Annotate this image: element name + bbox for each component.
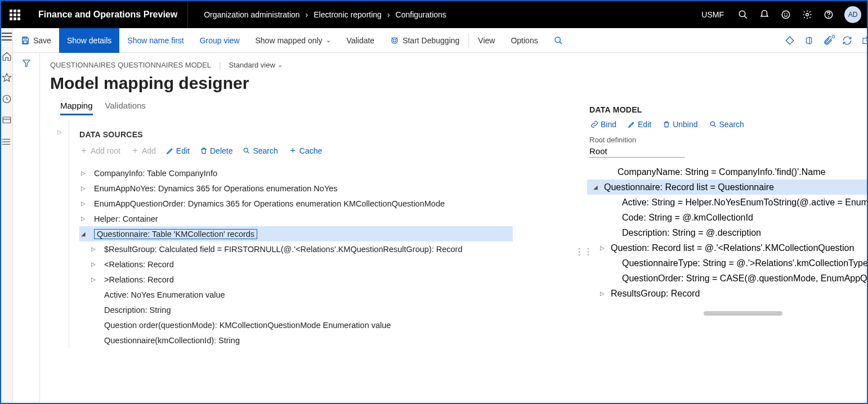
group-view-button[interactable]: Group view: [192, 28, 248, 53]
validate-button[interactable]: Validate: [339, 28, 383, 53]
search-button[interactable]: Search: [243, 145, 278, 156]
tree-row[interactable]: <Relations: Record: [79, 257, 580, 272]
tree-row[interactable]: EnumAppQuestionOrder: Dynamics 365 for O…: [79, 196, 580, 211]
tree-row[interactable]: Questionnaire: Table 'KMCollection' reco…: [79, 226, 513, 241]
workspace-icon[interactable]: [1, 115, 12, 126]
tree-label: QuestionnaireType: String = @.'>Relation…: [622, 258, 868, 268]
caret-closed-icon[interactable]: [79, 185, 87, 191]
hamburger-icon[interactable]: [2, 33, 12, 41]
tree-row[interactable]: Questionnaire: Record list = Questionnai…: [587, 179, 868, 195]
svg-point-0: [739, 11, 745, 17]
tree-row[interactable]: Helper: Container: [79, 211, 580, 226]
svg-rect-19: [24, 41, 28, 43]
view-button[interactable]: View: [470, 28, 503, 53]
caret-open-icon[interactable]: [79, 231, 87, 237]
edit-button[interactable]: Edit: [166, 145, 190, 156]
caret-closed-icon[interactable]: [79, 170, 87, 176]
page-context: QUESTIONNAIRES QUESTIONNAIRES MODEL: [50, 61, 211, 69]
tree-row[interactable]: Questionnaire(kmCollectionId): String: [79, 333, 580, 348]
breadcrumb-item[interactable]: Organization administration: [204, 10, 299, 19]
svg-point-24: [555, 37, 560, 42]
unbind-button[interactable]: Unbind: [663, 120, 697, 129]
root-definition-input[interactable]: [589, 145, 685, 158]
tree-label: Questionnaire: Record list = Questionnai…: [604, 182, 774, 192]
edit-button[interactable]: Edit: [628, 120, 651, 129]
tree-row[interactable]: QuestionnaireType: String = @.'>Relation…: [587, 255, 868, 271]
office-icon[interactable]: [803, 35, 815, 46]
tree-row[interactable]: Active: String = Helper.NoYesEnumToStrin…: [587, 195, 868, 210]
splitter-handle[interactable]: ⋮⋮: [580, 101, 587, 403]
tree-label: Helper: Container: [94, 214, 158, 223]
show-mapped-only-dropdown[interactable]: Show mapped only⌄: [248, 28, 339, 53]
actionbar-search-icon[interactable]: [546, 28, 571, 53]
tree-row[interactable]: CompanyInfo: Table CompanyInfo: [79, 165, 580, 181]
filter-column[interactable]: [13, 53, 40, 403]
caret-none: [610, 230, 618, 236]
company-code[interactable]: USMF: [701, 10, 727, 19]
horizontal-scrollbar[interactable]: [704, 311, 782, 316]
view-selector[interactable]: Standard view⌄: [229, 61, 282, 69]
page-title: Model mapping designer: [40, 69, 868, 101]
options-button[interactable]: Options: [503, 28, 545, 53]
bind-button[interactable]: Bind: [590, 120, 616, 129]
tree-row[interactable]: >Relations: Record: [79, 272, 580, 287]
gear-icon[interactable]: [802, 9, 813, 20]
attachments-badge: 0: [831, 34, 836, 39]
tree-row[interactable]: Active: NoYes Enumeration value: [79, 287, 580, 302]
caret-closed-icon[interactable]: [79, 216, 87, 222]
modules-icon[interactable]: [1, 136, 12, 147]
smile-icon[interactable]: [780, 9, 791, 20]
datasource-types-toggle[interactable]: ▷: [50, 121, 69, 348]
waffle-icon[interactable]: [1, 1, 28, 28]
tree-row[interactable]: $ResultGroup: Calculated field = FIRSTOR…: [79, 241, 580, 257]
tree-row[interactable]: QuestionOrder: String = CASE(@.questionM…: [587, 271, 868, 286]
tree-label: ResultsGroup: Record: [611, 289, 700, 299]
star-icon[interactable]: [1, 72, 12, 83]
add-root-button: ＋Add root: [79, 145, 120, 156]
diamond-icon[interactable]: [784, 35, 795, 46]
bell-icon[interactable]: [759, 9, 770, 20]
svg-point-16: [2, 142, 3, 142]
breadcrumb-item[interactable]: Configurations: [396, 10, 446, 19]
tree-row[interactable]: ResultsGroup: Record: [587, 286, 868, 301]
caret-none: [610, 260, 618, 266]
tab-validations[interactable]: Validations: [105, 101, 146, 115]
data-model-tree: CompanyName: String = CompanyInfo.'find(…: [587, 164, 868, 301]
attachments-icon[interactable]: 0: [822, 35, 834, 46]
tree-row[interactable]: Code: String = @.kmCollectionId: [587, 210, 868, 225]
delete-button[interactable]: Delete: [200, 145, 232, 156]
search-icon[interactable]: [737, 9, 749, 20]
svg-line-25: [560, 42, 562, 44]
caret-closed-icon[interactable]: [90, 246, 97, 252]
help-icon[interactable]: [823, 9, 834, 20]
refresh-icon[interactable]: [842, 35, 853, 46]
tree-row[interactable]: Question: Record list = @.'<Relations'.K…: [587, 240, 868, 255]
tree-row[interactable]: Description: String: [79, 302, 580, 317]
show-details-button[interactable]: Show details: [59, 28, 119, 53]
tree-row[interactable]: Question order(questionMode): KMCollecti…: [79, 317, 580, 333]
svg-line-33: [248, 151, 250, 154]
caret-closed-icon[interactable]: [79, 200, 87, 207]
tree-label: Description: String: [104, 306, 171, 315]
caret-open-icon[interactable]: [592, 184, 599, 190]
caret-closed-icon[interactable]: [598, 245, 606, 251]
tree-row[interactable]: Description: String = @.description: [587, 225, 868, 240]
tab-mapping[interactable]: Mapping: [60, 101, 93, 115]
save-button[interactable]: Save: [13, 28, 59, 53]
avatar[interactable]: AD: [844, 6, 861, 23]
caret-closed-icon[interactable]: [598, 290, 606, 297]
tree-row[interactable]: EnumAppNoYes: Dynamics 365 for Operation…: [79, 181, 580, 196]
tree-label: Active: String = Helper.NoYesEnumToStrin…: [622, 197, 868, 208]
caret-closed-icon[interactable]: [90, 261, 97, 267]
breadcrumb-item[interactable]: Electronic reporting: [314, 10, 382, 19]
popout-icon[interactable]: [861, 35, 868, 46]
caret-closed-icon[interactable]: [90, 276, 97, 282]
cache-button[interactable]: ＋Cache: [288, 145, 322, 156]
search-button[interactable]: Search: [709, 120, 744, 129]
tree-row[interactable]: CompanyName: String = CompanyInfo.'find(…: [587, 164, 868, 179]
caret-none: [90, 337, 97, 343]
start-debugging-button[interactable]: Start Debugging: [382, 28, 467, 53]
recent-icon[interactable]: [1, 93, 12, 105]
show-name-first-button[interactable]: Show name first: [119, 28, 191, 53]
home-icon[interactable]: [1, 51, 12, 62]
